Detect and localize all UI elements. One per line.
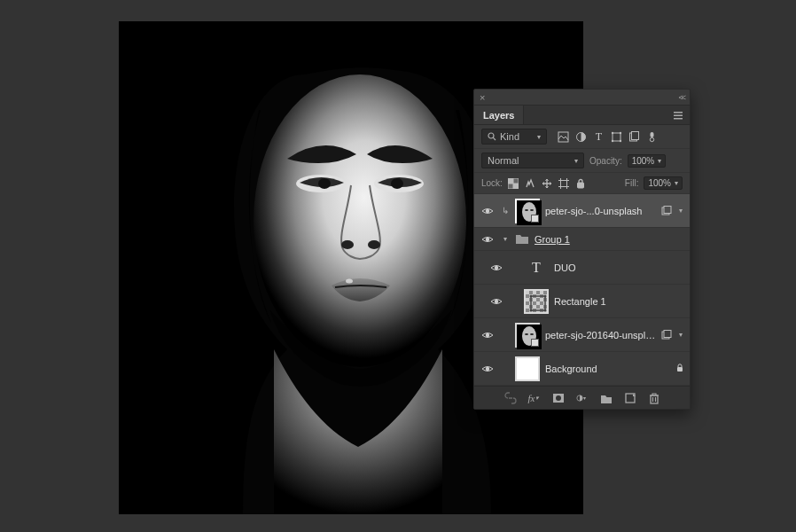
opacity-value: 100% [632, 156, 655, 166]
chevron-down-icon: ▾ [658, 157, 661, 165]
new-layer-icon[interactable] [624, 392, 636, 404]
blend-row: Normal ▾ Opacity: 100% ▾ [474, 149, 690, 173]
blend-mode-value: Normal [488, 155, 519, 166]
filter-type-icon[interactable]: T [593, 131, 605, 143]
layer-name[interactable]: DUO [554, 262, 684, 273]
layer-thumbnail[interactable] [515, 199, 540, 223]
svg-rect-41 [531, 296, 545, 310]
layer-row[interactable]: Background [474, 352, 690, 386]
layer-style-icon[interactable]: fx▾ [528, 392, 541, 404]
svg-rect-28 [508, 184, 513, 189]
adjustment-layer-icon[interactable]: ▾ [576, 392, 589, 404]
visibility-toggle[interactable] [480, 233, 496, 246]
layers-panel: × << Layers Kind ▾ T Normal ▾ Opacity: [473, 89, 691, 410]
layer-name[interactable]: Group 1 [535, 234, 684, 245]
svg-point-53 [486, 366, 489, 370]
blend-mode-dropdown[interactable]: Normal ▾ [481, 153, 584, 168]
panel-bottom-toolbar: fx▾ ▾ [474, 386, 690, 409]
svg-point-6 [341, 240, 354, 249]
layer-name[interactable]: peter-sjo-201640-unsplash [545, 330, 656, 340]
layer-thumbnail[interactable] [515, 356, 540, 381]
lock-position-icon[interactable] [542, 178, 552, 189]
smartobject-icon [661, 206, 672, 216]
layer-name[interactable]: peter-sjo-...0-unsplash [545, 206, 656, 216]
layer-thumbnail[interactable] [515, 323, 540, 348]
svg-rect-29 [560, 180, 566, 186]
filter-type-icons: T [558, 131, 658, 143]
fill-field[interactable]: 100% ▾ [644, 176, 683, 190]
svg-rect-59 [651, 395, 658, 403]
lock-row: Lock: Fill: 100% ▾ [474, 173, 690, 194]
chevron-down-icon: ▾ [574, 157, 578, 165]
layer-name[interactable]: Rectangle 1 [554, 296, 684, 307]
svg-line-13 [493, 137, 496, 140]
lock-artboard-icon[interactable] [558, 178, 569, 189]
svg-point-19 [612, 139, 613, 141]
svg-point-31 [486, 208, 489, 212]
svg-point-7 [368, 240, 380, 249]
filter-adjustment-icon[interactable] [575, 131, 587, 143]
filter-type-dropdown[interactable]: Kind ▾ [481, 129, 547, 145]
svg-rect-16 [613, 133, 620, 141]
lock-all-icon[interactable] [575, 178, 586, 189]
filter-toggle-icon[interactable] [646, 131, 658, 143]
filter-row: Kind ▾ T [474, 125, 690, 149]
new-group-icon[interactable] [600, 392, 613, 404]
close-icon[interactable]: × [480, 92, 485, 103]
filter-shape-icon[interactable] [611, 131, 622, 143]
collapse-icon[interactable]: << [678, 93, 684, 102]
chevron-down-icon: ▾ [675, 179, 678, 187]
opacity-field[interactable]: 100% ▾ [628, 154, 667, 168]
filter-pixel-icon[interactable] [558, 131, 569, 143]
visibility-toggle[interactable] [488, 295, 504, 308]
svg-rect-22 [632, 131, 639, 139]
svg-rect-30 [577, 183, 583, 188]
disclosure-triangle[interactable]: ▾ [501, 235, 510, 243]
svg-rect-25 [508, 178, 513, 184]
svg-point-49 [525, 333, 528, 335]
svg-point-8 [346, 279, 353, 284]
visibility-toggle[interactable] [480, 329, 496, 341]
filter-smartobject-icon[interactable] [628, 131, 640, 143]
chevron-down-icon: ▾ [537, 133, 541, 141]
chevron-down-icon[interactable]: ▾ [677, 331, 684, 339]
svg-point-56 [556, 395, 561, 401]
layer-row[interactable]: T DUO [474, 251, 690, 285]
opacity-label: Opacity: [589, 156, 622, 166]
visibility-toggle[interactable] [480, 363, 496, 375]
layers-list: ↳ peter-sjo-...0-unsplash ▾ ▾ Group 1 T … [474, 194, 690, 386]
svg-point-43 [544, 294, 547, 297]
type-layer-icon: T [524, 260, 549, 276]
svg-rect-27 [513, 178, 519, 184]
layer-name[interactable]: Background [545, 364, 670, 374]
smartobject-badge [531, 339, 539, 347]
svg-point-20 [620, 139, 621, 141]
link-layers-icon[interactable] [504, 392, 517, 404]
layer-row[interactable]: ↳ peter-sjo-...0-unsplash ▾ [474, 194, 690, 228]
fill-value: 100% [648, 178, 671, 188]
clipping-mask-indicator: ↳ [501, 206, 510, 215]
panel-menu-icon[interactable] [672, 109, 684, 121]
svg-point-45 [544, 309, 547, 311]
lock-transparency-icon[interactable] [508, 178, 519, 189]
chevron-down-icon[interactable]: ▾ [677, 207, 684, 215]
visibility-toggle[interactable] [480, 205, 496, 217]
layer-thumbnail[interactable] [524, 289, 549, 314]
svg-point-46 [486, 332, 489, 336]
visibility-toggle[interactable] [488, 262, 504, 274]
fill-label: Fill: [625, 178, 639, 188]
svg-point-1 [254, 74, 466, 367]
layer-mask-icon[interactable] [552, 392, 565, 404]
svg-rect-9 [674, 112, 683, 113]
svg-point-42 [530, 294, 533, 297]
svg-point-17 [612, 131, 613, 133]
tab-layers[interactable]: Layers [474, 106, 524, 124]
layer-row[interactable]: peter-sjo-201640-unsplash ▾ [474, 318, 690, 352]
svg-rect-10 [674, 114, 683, 116]
layer-row[interactable]: Rectangle 1 [474, 285, 690, 318]
lock-image-icon[interactable] [525, 178, 535, 189]
svg-point-35 [530, 209, 534, 211]
delete-layer-icon[interactable] [648, 392, 660, 404]
layer-row[interactable]: ▾ Group 1 [474, 228, 690, 251]
lock-icon [675, 364, 684, 374]
